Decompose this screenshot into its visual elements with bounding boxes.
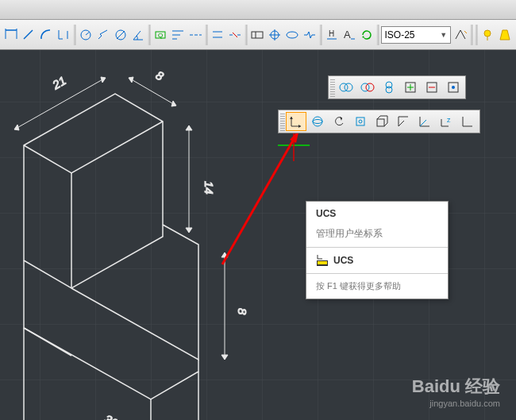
svg-point-40 [386,87,392,93]
spotlight-icon[interactable] [497,25,513,45]
dimstyle-combo[interactable]: ISO-25 ▼ [381,26,452,44]
tooltip-command: UCS [306,248,448,273]
ucs-face-icon[interactable] [350,112,371,131]
dim-ordinate-icon[interactable] [56,25,71,45]
red-arrow-annotation [222,129,299,264]
chevron-down-icon: ▼ [440,31,447,39]
toolbar-separator [73,25,76,45]
dim-14: 14 [202,181,216,195]
iso-circle2-icon[interactable] [357,78,378,97]
svg-text:H: H [329,29,334,38]
toolbar-separator [205,25,208,45]
tooltip-subtitle: 管理用户坐标系 [306,225,448,248]
dimstyle-value: ISO-25 [385,29,415,40]
toolbar-separator [148,25,151,45]
svg-rect-65 [318,261,327,264]
dim-edit-icon[interactable]: H [324,25,340,45]
svg-rect-15 [252,32,263,38]
ucs-cmd-icon [316,254,329,267]
dim-jogline-icon[interactable] [302,25,318,45]
light-icon[interactable] [479,25,495,45]
toolbar-separator [475,25,478,45]
toolbar-separator [470,25,473,45]
ucs-world-icon[interactable] [307,112,328,131]
floating-toolbar-layers[interactable] [328,75,466,99]
svg-rect-52 [356,118,364,125]
box-plus-icon[interactable] [400,78,421,97]
dim-tolerance-icon[interactable] [249,25,265,45]
floating-toolbar-ucs[interactable]: z [278,110,480,133]
svg-line-5 [86,32,90,35]
svg-point-36 [345,83,352,91]
toolbar-grip[interactable] [330,78,335,97]
dim-center-icon[interactable] [267,25,283,45]
dim-textedit-icon[interactable]: A [341,25,357,45]
ucs-3point-icon[interactable] [457,112,478,131]
toolbar-grip[interactable] [280,112,285,131]
ucs-view-icon[interactable] [393,112,414,131]
svg-point-20 [287,32,298,38]
dim-continue-icon[interactable] [187,25,203,45]
dim-quick-icon[interactable]: Q [152,25,168,45]
svg-line-7 [117,31,125,39]
svg-line-58 [420,120,426,126]
svg-line-55 [399,121,404,126]
ucs-object-icon[interactable] [372,112,392,131]
svg-line-28 [129,78,176,106]
dim-angular-icon[interactable] [130,25,146,45]
svg-point-47 [452,86,455,89]
dim-inspect-icon[interactable] [284,25,300,45]
drawing-canvas[interactable]: 21 8 14 8 30 [0,50,516,420]
dim-30: 30 [102,412,121,420]
svg-point-50 [313,117,322,126]
svg-point-37 [361,83,369,91]
dim-jogged-icon[interactable] [95,25,111,45]
toolbar-separator [319,25,322,45]
dim-diameter-icon[interactable] [113,25,129,45]
svg-text:z: z [447,116,451,124]
ucs-origin-icon[interactable] [414,112,435,131]
dim-update-icon[interactable] [359,25,375,45]
watermark-brand: Baidu 经验 [412,375,500,399]
iso-circle3-icon[interactable] [379,78,399,97]
svg-point-51 [313,120,322,124]
dim-8b: 8 [236,308,249,315]
tooltip-hint: 按 F1 键获得更多帮助 [306,273,448,299]
toolbar-separator [245,25,248,45]
dim-break-icon[interactable] [227,25,243,45]
toolbar-separator [376,25,379,45]
box-dot-icon[interactable] [443,78,464,97]
box-minus-icon[interactable] [422,78,442,97]
dimension-toolbar: Q H A ISO-25 ▼ [0,20,516,50]
dim-baseline-icon[interactable] [170,25,186,45]
dim-8a: 8 [154,68,167,83]
ucs-button[interactable] [286,112,306,131]
dim-linear-icon[interactable] [3,25,19,45]
ucs-previous-icon[interactable] [329,112,349,131]
ucs-tooltip: UCS 管理用户坐标系 UCS 按 F1 键获得更多帮助 [306,201,449,299]
watermark: Baidu 经验 jingyan.baidu.com [412,375,500,408]
window-titlebar [0,0,516,20]
svg-text:A: A [344,29,351,40]
svg-point-35 [340,83,348,91]
iso-circle1-icon[interactable] [336,78,356,97]
svg-point-53 [359,120,362,123]
svg-line-34 [222,129,299,264]
tooltip-title: UCS [306,202,448,225]
ucs-z-icon[interactable]: z [436,112,456,131]
tooltip-cmd-label: UCS [333,255,353,266]
svg-text:Q: Q [158,32,163,39]
dim-arc-icon[interactable] [38,25,54,45]
dim-style-icon[interactable] [452,25,468,45]
dim-aligned-icon[interactable] [21,25,37,45]
watermark-url: jingyan.baidu.com [412,399,500,408]
dim-21: 21 [49,74,68,93]
svg-rect-54 [377,119,384,126]
svg-line-3 [24,30,33,39]
svg-point-38 [366,83,374,91]
dim-space-icon[interactable] [210,25,225,45]
dim-radius-icon[interactable] [78,25,94,45]
svg-point-25 [484,30,491,37]
